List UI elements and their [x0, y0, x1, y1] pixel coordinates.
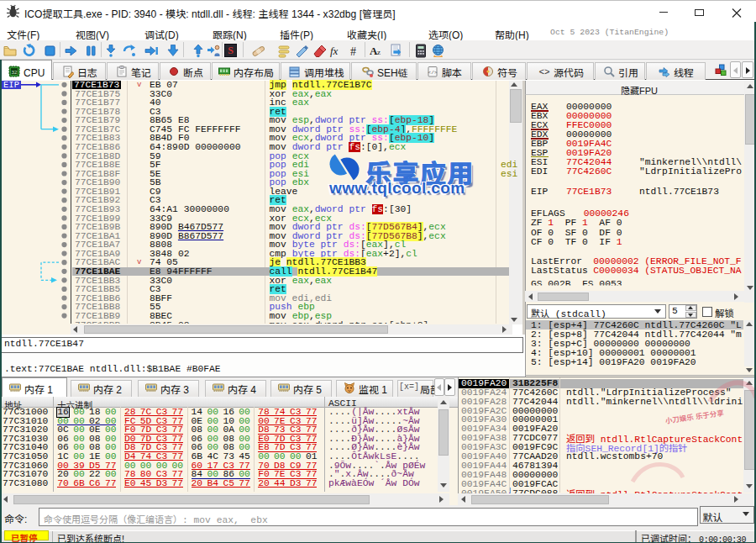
svg-text:<>: <> [538, 67, 549, 77]
svg-text:fx: fx [330, 45, 339, 57]
svg-text:32: 32 [12, 69, 18, 75]
svg-text:</>: </> [428, 70, 438, 76]
svg-text:S: S [228, 45, 234, 56]
svg-text:z: z [377, 48, 381, 56]
svg-text:#: # [350, 45, 356, 58]
